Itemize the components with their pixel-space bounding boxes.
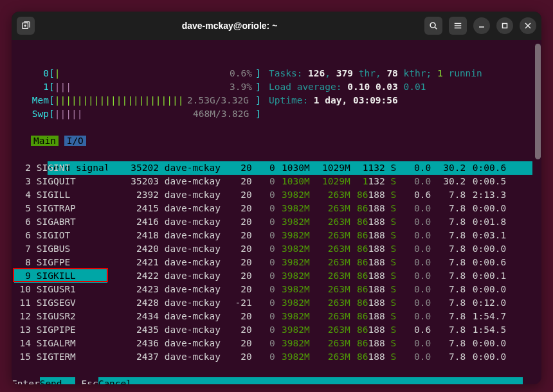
tab-io[interactable]: I/O <box>64 136 86 146</box>
signal-item-sigill[interactable]: 4 SIGILL <box>14 188 107 202</box>
process-row[interactable]: 2415 dave-mckay2003982M263M86188 S0.07.8… <box>107 202 532 215</box>
process-row[interactable]: 2392 dave-mckay2003982M263M86188 S0.67.8… <box>107 188 532 202</box>
table-row: 15 SIGTERM2437 dave-mckay2003982M263M861… <box>14 350 532 364</box>
footer-bar: EnterSendEscCancel <box>12 377 541 384</box>
table-row: 14 SIGALRM2436 dave-mckay2003982M263M861… <box>14 337 532 350</box>
signal-item-sigint[interactable]: 2 SIGINT <box>14 161 107 175</box>
process-row[interactable]: 2428 dave-mckay-2103982M263M86188 S0.07.… <box>107 296 532 310</box>
swap-meter: Swp[|||||468M/3.82G] <box>14 107 532 121</box>
table-row: 4 SIGILL2392 dave-mckay2003982M263M86188… <box>14 188 532 202</box>
process-row[interactable]: 35202 dave-mckay2001030M1029M1132 S0.030… <box>107 161 532 175</box>
signal-item-sigquit[interactable]: 3 SIGQUIT <box>14 175 107 188</box>
scrollbar[interactable] <box>535 44 541 159</box>
table-row: 10 SIGUSR12423 dave-mckay2003982M263M861… <box>14 283 532 296</box>
process-row[interactable]: 35203 dave-mckay2001030M1029M1132 S0.030… <box>107 175 532 188</box>
uptime-line: Uptime: 1 day, 03:09:56 <box>269 94 532 107</box>
signal-item-sigusr2[interactable]: 12 SIGUSR2 <box>14 310 107 323</box>
process-row[interactable]: 2420 dave-mckay2003982M263M86188 S0.07.8… <box>107 242 532 256</box>
table-row: 5 SIGTRAP2415 dave-mckay2003982M263M8618… <box>14 202 532 215</box>
process-row[interactable]: 2416 dave-mckay2003982M263M86188 S0.07.8… <box>107 215 532 229</box>
table-row: 8 SIGFPE2421 dave-mckay2003982M263M86188… <box>14 256 532 269</box>
table-row: 2 SIGINT35202 dave-mckay2001030M1029M113… <box>14 161 532 175</box>
signal-item-sigalrm[interactable]: 14 SIGALRM <box>14 337 107 350</box>
process-row[interactable]: 2435 dave-mckay2003982M263M86188 S0.67.8… <box>107 323 532 337</box>
titlebar: dave-mckay@oriole: ~ <box>12 12 541 40</box>
process-row[interactable]: 2418 dave-mckay2003982M263M86188 S0.07.8… <box>107 229 532 242</box>
table-row: 9 SIGKILL2422 dave-mckay2003982M263M8618… <box>14 269 532 283</box>
action-send[interactable]: Send <box>40 377 75 384</box>
action-cancel[interactable]: Cancel <box>98 377 523 384</box>
terminal-content: 0[|0.6%] 1[|||3.9%] Mem[||||||||||||||||… <box>12 40 541 384</box>
new-tab-button[interactable] <box>17 17 35 35</box>
tab-main[interactable]: Main <box>31 136 59 146</box>
window-title: dave-mckay@oriole: ~ <box>35 21 424 31</box>
signal-item-sigbus[interactable]: 7 SIGBUS <box>14 242 107 256</box>
process-row[interactable]: 2421 dave-mckay2003982M263M86188 S0.07.8… <box>107 256 532 269</box>
table-row: 12 SIGUSR22434 dave-mckay2003982M263M861… <box>14 310 532 323</box>
signal-item-sigterm[interactable]: 15 SIGTERM <box>14 350 107 364</box>
signal-item-sigtrap[interactable]: 5 SIGTRAP <box>14 202 107 215</box>
signal-item-sigabrt[interactable]: 6 SIGABRT <box>14 215 107 229</box>
signal-item-sigiot[interactable]: 6 SIGIOT <box>14 229 107 242</box>
svg-rect-2 <box>503 24 507 28</box>
signal-item-sigkill[interactable]: 9 SIGKILL <box>14 269 107 283</box>
maximize-button[interactable] <box>496 17 513 34</box>
minimize-button[interactable] <box>473 17 490 34</box>
key-esc: Esc <box>75 377 98 384</box>
key-enter: Enter <box>12 379 40 384</box>
tasks-line: Tasks: 126, 379 thr, 78 kthr; 1 runnin <box>269 67 532 80</box>
signal-item-sigusr1[interactable]: 10 SIGUSR1 <box>14 283 107 296</box>
process-row[interactable]: 2423 dave-mckay2003982M263M86188 S0.07.8… <box>107 283 532 296</box>
load-line: Load average: 0.10 0.03 0.01 <box>269 80 532 94</box>
table-row: 6 SIGIOT2418 dave-mckay2003982M263M86188… <box>14 229 532 242</box>
signal-item-sigpipe[interactable]: 13 SIGPIPE <box>14 323 107 337</box>
close-button[interactable] <box>520 17 536 34</box>
table-row: 11 SIGSEGV2428 dave-mckay-2103982M263M86… <box>14 296 532 310</box>
header-row: Send signal:PID USERPRINIVIRTRESSHR SCPU… <box>14 148 532 161</box>
process-row[interactable]: 2436 dave-mckay2003982M263M86188 S0.07.8… <box>107 337 532 350</box>
table-row: 6 SIGABRT2416 dave-mckay2003982M263M8618… <box>14 215 532 229</box>
svg-point-1 <box>430 22 435 28</box>
signal-item-sigsegv[interactable]: 11 SIGSEGV <box>14 296 107 310</box>
process-row[interactable]: 2422 dave-mckay2003982M263M86188 S0.07.8… <box>107 269 532 283</box>
table-row: 3 SIGQUIT35203 dave-mckay2001030M1029M11… <box>14 175 532 188</box>
table-row: 13 SIGPIPE2435 dave-mckay2003982M263M861… <box>14 323 532 337</box>
terminal-window: dave-mckay@oriole: ~ 0[|0.6%] 1[|||3.9%]… <box>12 12 541 384</box>
signal-item-sigfpe[interactable]: 8 SIGFPE <box>14 256 107 269</box>
menu-button[interactable] <box>449 17 467 35</box>
process-row[interactable]: 2434 dave-mckay2003982M263M86188 S0.07.8… <box>107 310 532 323</box>
table-row: 7 SIGBUS2420 dave-mckay2003982M263M86188… <box>14 242 532 256</box>
search-button[interactable] <box>424 17 442 35</box>
tab-bar: Main I/O <box>14 134 532 148</box>
process-row[interactable]: 2437 dave-mckay2003982M263M86188 S0.07.8… <box>107 350 532 364</box>
